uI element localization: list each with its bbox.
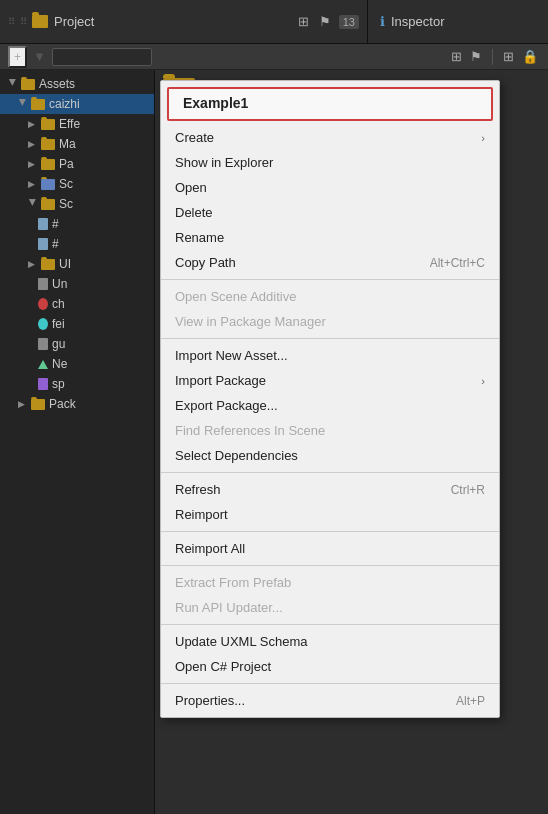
divider-5 — [161, 565, 499, 566]
tree-item-pack[interactable]: ▶ Pack — [0, 394, 154, 414]
menu-item-delete[interactable]: Delete — [161, 200, 499, 225]
ch-label: ch — [52, 297, 65, 311]
menu-item-extract-prefab: Extract From Prefab — [161, 570, 499, 595]
tree-item-un[interactable]: Un — [0, 274, 154, 294]
menu-item-show-explorer[interactable]: Show in Explorer — [161, 150, 499, 175]
menu-item-rename[interactable]: Rename — [161, 225, 499, 250]
tree-item-sc2[interactable]: ▶ Sc — [0, 194, 154, 214]
grid-icon[interactable]: ⊞ — [449, 47, 464, 66]
chevron-create: › — [481, 132, 485, 144]
gu-label: gu — [52, 337, 65, 351]
assets-folder-icon — [21, 79, 35, 90]
pa-folder-icon — [41, 159, 55, 170]
divider-3 — [161, 472, 499, 473]
hash2-icon — [38, 238, 48, 250]
menu-label-import-new-asset: Import New Asset... — [175, 348, 288, 363]
search-input[interactable] — [52, 48, 152, 66]
menu-item-update-uxml[interactable]: Update UXML Schema — [161, 629, 499, 654]
arrow-ui: ▶ — [28, 259, 38, 269]
menu-label-refresh: Refresh — [175, 482, 221, 497]
arrow-pa: ▶ — [28, 159, 38, 169]
divider-6 — [161, 624, 499, 625]
ui-label: UI — [59, 257, 71, 271]
menu-label-select-dependencies: Select Dependencies — [175, 448, 298, 463]
caizhi-label: caizhi — [49, 97, 80, 111]
menu-label-create: Create — [175, 130, 214, 145]
inspector-panel-header: ℹ Inspector — [368, 0, 548, 43]
tree-item-gu[interactable]: gu — [0, 334, 154, 354]
tree-item-hash1[interactable]: # — [0, 214, 154, 234]
menu-item-export-package[interactable]: Export Package... — [161, 393, 499, 418]
menu-item-open-scene-additive: Open Scene Additive — [161, 284, 499, 309]
tree-item-assets[interactable]: ▶ Assets — [0, 74, 154, 94]
layout-icon[interactable]: ⊞ — [296, 12, 311, 31]
menu-label-export-package: Export Package... — [175, 398, 278, 413]
ne-label: Ne — [52, 357, 67, 371]
pin-icon[interactable]: ⚑ — [317, 12, 333, 31]
lock-icon[interactable]: 🔒 — [520, 47, 540, 66]
menu-item-import-package[interactable]: Import Package › — [161, 368, 499, 393]
effe-label: Effe — [59, 117, 80, 131]
shortcut-refresh: Ctrl+R — [451, 483, 485, 497]
sc1-folder-icon — [41, 179, 55, 190]
tree-item-caizhi[interactable]: ▶ caizhi — [0, 94, 154, 114]
tree-item-ne[interactable]: Ne — [0, 354, 154, 374]
tree-item-ma[interactable]: ▶ Ma — [0, 134, 154, 154]
divider-2 — [161, 338, 499, 339]
sp-label: sp — [52, 377, 65, 391]
menu-item-open-csharp[interactable]: Open C# Project — [161, 654, 499, 679]
shortcut-copy-path: Alt+Ctrl+C — [430, 256, 485, 270]
menu-label-properties: Properties... — [175, 693, 245, 708]
ch-icon — [38, 298, 48, 310]
shortcut-properties: Alt+P — [456, 694, 485, 708]
ma-folder-icon — [41, 139, 55, 150]
tree-item-pa[interactable]: ▶ Pa — [0, 154, 154, 174]
menu-label-rename: Rename — [175, 230, 224, 245]
pack-folder-icon — [31, 399, 45, 410]
menu-item-open[interactable]: Open — [161, 175, 499, 200]
tree-item-effe[interactable]: ▶ Effe — [0, 114, 154, 134]
tree-item-fei[interactable]: fei — [0, 314, 154, 334]
project-sidebar: ▶ Assets ▶ caizhi ▶ Effe ▶ Ma ▶ Pa ▶ Sc — [0, 70, 155, 814]
tree-item-ch[interactable]: ch — [0, 294, 154, 314]
pa-label: Pa — [59, 157, 74, 171]
divider-1 — [161, 279, 499, 280]
project-panel-header: ⠿ ⠿ Project ⊞ ⚑ 13 — [0, 0, 368, 43]
menu-label-reimport: Reimport — [175, 507, 228, 522]
inspector-layout-icon[interactable]: ⊞ — [501, 47, 516, 66]
menu-item-select-dependencies[interactable]: Select Dependencies — [161, 443, 499, 468]
menu-label-import-package: Import Package — [175, 373, 266, 388]
menu-label-show-explorer: Show in Explorer — [175, 155, 273, 170]
menu-item-create[interactable]: Create › — [161, 125, 499, 150]
menu-label-open-csharp: Open C# Project — [175, 659, 271, 674]
menu-item-copy-path[interactable]: Copy Path Alt+Ctrl+C — [161, 250, 499, 275]
fei-icon — [38, 318, 48, 330]
sc2-label: Sc — [59, 197, 73, 211]
effe-folder-icon — [41, 119, 55, 130]
gu-icon — [38, 338, 48, 350]
hash1-label: # — [52, 217, 59, 231]
add-button[interactable]: + — [8, 46, 27, 68]
menu-item-reimport[interactable]: Reimport — [161, 502, 499, 527]
menu-label-delete: Delete — [175, 205, 213, 220]
menu-item-refresh[interactable]: Refresh Ctrl+R — [161, 477, 499, 502]
menu-item-import-new-asset[interactable]: Import New Asset... — [161, 343, 499, 368]
arrow-sc1: ▶ — [28, 179, 38, 189]
pack-label: Pack — [49, 397, 76, 411]
assets-label: Assets — [39, 77, 75, 91]
ui-folder-icon — [41, 259, 55, 270]
menu-label-open: Open — [175, 180, 207, 195]
menu-item-properties[interactable]: Properties... Alt+P — [161, 688, 499, 713]
arrow-sc2: ▶ — [28, 199, 38, 209]
info-icon: ℹ — [380, 14, 385, 29]
menu-item-reimport-all[interactable]: Reimport All — [161, 536, 499, 561]
tree-item-sc1[interactable]: ▶ Sc — [0, 174, 154, 194]
tree-item-sp[interactable]: sp — [0, 374, 154, 394]
menu-label-open-scene-additive: Open Scene Additive — [175, 289, 296, 304]
menu-label-reimport-all: Reimport All — [175, 541, 245, 556]
tree-item-hash2[interactable]: # — [0, 234, 154, 254]
menu-item-find-references: Find References In Scene — [161, 418, 499, 443]
star-icon[interactable]: ⚑ — [468, 47, 484, 66]
tree-item-ui[interactable]: ▶ UI — [0, 254, 154, 274]
chevron-import-package: › — [481, 375, 485, 387]
